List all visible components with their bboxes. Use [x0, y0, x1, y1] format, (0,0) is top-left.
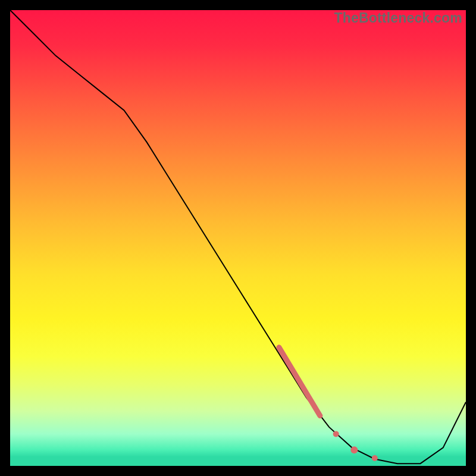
marker-dot-c: [372, 455, 378, 461]
curve-layer: [10, 10, 466, 466]
watermark-text: TheBottleneck.com: [334, 10, 462, 26]
marker-dot-a: [333, 431, 339, 437]
marker-dot-b: [350, 446, 358, 453]
marker-thick-segment: [279, 347, 320, 416]
chart-frame: TheBottleneck.com: [0, 0, 476, 476]
bottleneck-curve: [10, 10, 466, 464]
plot-area: TheBottleneck.com: [10, 10, 466, 466]
